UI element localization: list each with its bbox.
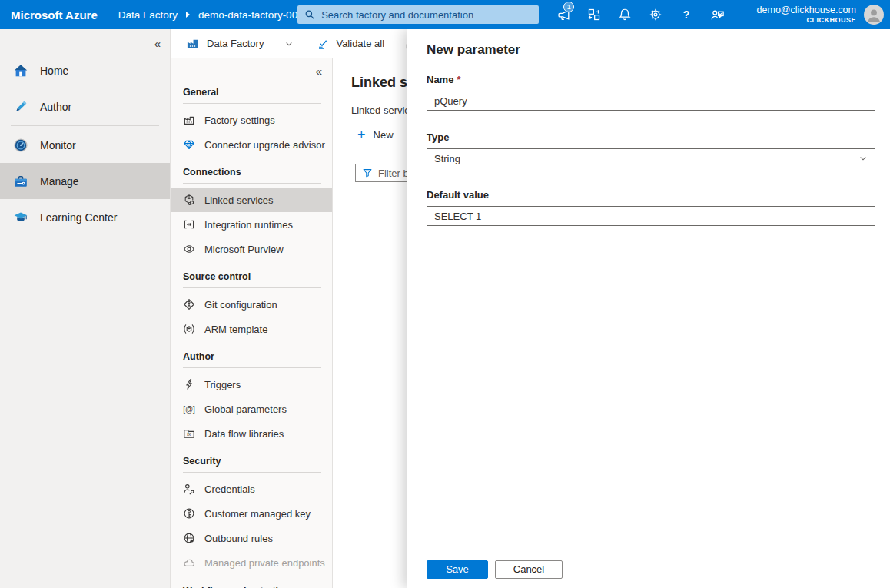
save-button[interactable]: Save xyxy=(427,560,488,579)
default-value-label: Default value xyxy=(427,189,489,201)
account-email: demo@clickhouse.com xyxy=(757,4,856,16)
collapse-left-nav-icon[interactable]: « xyxy=(154,38,161,49)
search-input[interactable] xyxy=(321,9,532,21)
gear-icon xyxy=(649,8,663,22)
home-icon xyxy=(13,63,28,78)
announcements-button[interactable]: 1 xyxy=(548,0,579,29)
manage-item-outbound-rules[interactable]: Outbound rules xyxy=(171,526,332,550)
section-title-source-control: Source control xyxy=(171,261,332,287)
manage-item-label: Triggers xyxy=(204,379,241,390)
new-linked-service-button[interactable]: + New xyxy=(357,128,394,141)
manage-item-connector-upgrade-advisor[interactable]: Connector upgrade advisor xyxy=(171,132,332,157)
nav-item-label: Manage xyxy=(40,175,79,188)
manage-item-label: Integration runtimes xyxy=(204,219,293,231)
lightning-icon xyxy=(183,378,195,390)
section-title-author: Author xyxy=(171,341,332,367)
manage-item-customer-managed-key[interactable]: Customer managed key xyxy=(171,501,332,526)
account-tenant: CLICKHOUSE xyxy=(757,16,856,25)
nav-item-author[interactable]: Author xyxy=(0,88,170,125)
section-divider xyxy=(183,287,321,288)
manage-item-label: Factory settings xyxy=(204,115,275,126)
manage-item-credentials[interactable]: Credentials xyxy=(171,477,332,501)
global-search[interactable] xyxy=(297,5,539,24)
settings-button[interactable] xyxy=(640,0,671,29)
manage-item-label: Outbound rules xyxy=(204,533,273,544)
integration-runtime-icon xyxy=(183,218,195,231)
required-asterisk: * xyxy=(457,74,460,85)
manage-item-label: Global parameters xyxy=(204,404,287,415)
manage-item-arm-template[interactable]: ARM template xyxy=(171,317,332,341)
nav-item-manage[interactable]: Manage xyxy=(0,163,170,199)
nav-item-home[interactable]: Home xyxy=(0,52,170,88)
manage-item-triggers[interactable]: Triggers xyxy=(171,372,332,397)
manage-item-integration-runtimes[interactable]: Integration runtimes xyxy=(171,212,332,237)
bell-icon xyxy=(618,8,632,22)
manage-item-git-configuration[interactable]: Git configuration xyxy=(171,292,332,317)
manage-item-managed-private-endpoints[interactable]: Managed private endpoints xyxy=(171,550,332,575)
switch-directory-icon xyxy=(587,8,601,22)
breadcrumb-arrow-icon xyxy=(186,12,190,18)
collapse-manage-nav-icon[interactable]: « xyxy=(316,65,322,77)
directory-switcher-button[interactable] xyxy=(579,0,609,29)
chevron-down-icon[interactable] xyxy=(284,39,294,48)
filter-funnel-icon xyxy=(362,168,373,178)
section-title-connections: Connections xyxy=(171,157,332,183)
cancel-button[interactable]: Cancel xyxy=(495,560,563,579)
factory-selector-label: Data Factory xyxy=(207,38,264,49)
name-field-group: Name * xyxy=(427,74,875,111)
validate-check-icon xyxy=(317,38,329,50)
breadcrumb-factory-name[interactable]: demo-data-factory-00 xyxy=(198,9,297,21)
factory-settings-icon xyxy=(183,114,195,126)
manage-item-global-parameters[interactable]: [@] Global parameters xyxy=(171,397,332,421)
section-title-general: General xyxy=(171,77,332,103)
manage-item-microsoft-purview[interactable]: Microsoft Purview xyxy=(171,237,332,261)
feedback-button[interactable] xyxy=(702,0,732,29)
manage-nav-header: « xyxy=(171,58,332,77)
person-key-icon xyxy=(183,483,195,495)
manage-item-factory-settings[interactable]: Factory settings xyxy=(171,108,332,132)
folder-fx-icon: fx xyxy=(183,427,195,440)
nav-item-monitor[interactable]: Monitor xyxy=(0,127,170,163)
name-label: Name xyxy=(427,74,453,85)
topbar-divider xyxy=(108,8,108,22)
topbar-icon-group: 1 ? xyxy=(548,0,732,29)
section-title-security: Security xyxy=(171,446,332,472)
notifications-button[interactable] xyxy=(609,0,640,29)
account-info[interactable]: demo@clickhouse.com CLICKHOUSE xyxy=(757,4,856,25)
manage-item-label: Linked services xyxy=(204,194,274,206)
section-divider xyxy=(183,472,321,473)
manage-nav: « General Factory settings Connector upg… xyxy=(171,58,333,588)
manage-item-label: Managed private endpoints xyxy=(204,557,325,569)
section-divider xyxy=(183,367,321,368)
top-bar: Microsoft Azure Data Factory demo-data-f… xyxy=(0,0,890,29)
app-frame: « Home Author Monitor Manage xyxy=(0,29,890,588)
left-nav: « Home Author Monitor Manage xyxy=(0,29,171,588)
avatar[interactable] xyxy=(864,5,884,25)
manage-item-data-flow-libraries[interactable]: fx Data flow libraries xyxy=(171,421,332,446)
breadcrumb-app[interactable]: Data Factory xyxy=(118,9,178,21)
nav-item-label: Home xyxy=(40,65,68,77)
panel-title: New parameter xyxy=(427,42,875,58)
section-divider xyxy=(183,103,321,104)
left-nav-header: « xyxy=(0,33,170,52)
azure-logo[interactable]: Microsoft Azure xyxy=(11,8,98,22)
validate-all-button[interactable]: Validate all xyxy=(317,38,384,50)
type-select-value: String xyxy=(434,153,460,164)
manage-item-linked-services[interactable]: Linked services xyxy=(171,188,332,212)
help-button[interactable]: ? xyxy=(671,0,702,29)
panel-body: New parameter Name * Type String xyxy=(407,29,890,550)
factory-selector[interactable]: Data Factory xyxy=(186,37,264,50)
key-circle-icon xyxy=(183,507,195,520)
type-field-group: Type String xyxy=(427,131,875,168)
factory-icon xyxy=(186,37,199,50)
nav-item-learning-center[interactable]: Learning Center xyxy=(0,199,170,235)
default-value-input[interactable] xyxy=(427,206,875,226)
name-input[interactable] xyxy=(427,91,875,111)
manage-item-label: Credentials xyxy=(204,483,255,495)
type-select[interactable]: String xyxy=(427,148,875,168)
toolbox-icon xyxy=(13,174,28,189)
svg-text:fx: fx xyxy=(187,431,191,437)
graduation-cap-icon xyxy=(13,210,28,225)
manage-item-label: Microsoft Purview xyxy=(204,244,284,255)
nav-item-label: Monitor xyxy=(40,139,76,151)
